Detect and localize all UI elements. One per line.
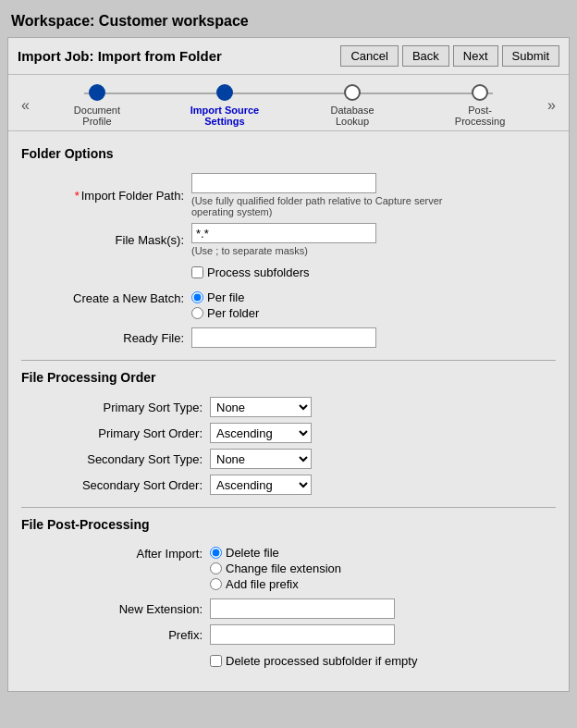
delete-subfolder-row: Delete processed subfolder if empty (210, 654, 552, 668)
add-prefix-label: Add file prefix (226, 577, 299, 591)
secondary-sort-type-label: Secondary Sort Type: (87, 452, 203, 466)
step-circle-import-source (216, 84, 233, 101)
primary-sort-order-select[interactable]: Ascending Descending (210, 423, 312, 443)
wizard-prev-arrow[interactable]: « (18, 97, 33, 114)
file-processing-order-title: File Processing Order (21, 370, 556, 385)
per-file-radio[interactable] (191, 291, 203, 303)
header-buttons: Cancel Back Next Submit (340, 45, 559, 67)
after-import-label: After Import: (136, 547, 203, 561)
add-prefix-radio[interactable] (210, 578, 222, 590)
new-extension-input[interactable] (210, 598, 395, 619)
per-file-label: Per file (207, 290, 244, 304)
wizard-step-document-profile[interactable]: Document Profile (60, 84, 134, 127)
primary-sort-order-label: Primary Sort Order: (98, 426, 203, 440)
step-label-database-lookup: Database Lookup (315, 105, 389, 127)
file-post-processing-title: File Post-Processing (21, 517, 556, 532)
content-area: Folder Options *Import Folder Path: (Use… (8, 131, 569, 691)
secondary-sort-order-select[interactable]: Ascending Descending (210, 475, 312, 495)
secondary-sort-type-select[interactable]: None File Name File Date File Size (210, 449, 312, 469)
per-folder-label: Per folder (207, 306, 259, 320)
wizard-bar: « Document Profile Import Source Setting… (8, 75, 569, 131)
import-folder-path-input[interactable] (191, 173, 376, 193)
delete-file-radio[interactable] (210, 547, 222, 559)
new-extension-label: New Extension: (119, 602, 203, 616)
wizard-step-database-lookup[interactable]: Database Lookup (315, 84, 389, 127)
delete-subfolder-label: Delete processed subfolder if empty (226, 654, 417, 668)
file-masks-input[interactable] (191, 223, 376, 243)
step-circle-database-lookup (344, 84, 361, 101)
step-label-document-profile: Document Profile (60, 105, 134, 127)
step-label-import-source: Import Source Settings (188, 105, 262, 127)
cancel-button[interactable]: Cancel (340, 45, 398, 67)
delete-subfolder-checkbox[interactable] (210, 655, 222, 667)
change-extension-label: Change file extension (226, 561, 341, 575)
prefix-input[interactable] (210, 624, 395, 645)
file-post-processing-table: After Import: Delete file Change file ex… (21, 541, 556, 674)
folder-options-title: Folder Options (21, 146, 556, 161)
delete-file-row: Delete file (210, 546, 552, 560)
import-folder-hint: (Use fully qualified folder path relativ… (191, 195, 450, 217)
process-subfolders-label: Process subfolders (207, 265, 310, 279)
step-label-post-processing: Post-Processing (443, 105, 517, 127)
import-folder-path-label: Import Folder Path: (81, 189, 184, 203)
job-title: Import Job: Import from Folder (18, 48, 222, 64)
file-masks-hint: (Use ; to separate masks) (191, 245, 450, 256)
add-prefix-row: Add file prefix (210, 577, 552, 591)
create-new-batch-label: Create a New Batch: (73, 291, 184, 305)
primary-sort-type-label: Primary Sort Type: (104, 401, 203, 414)
per-file-row: Per file (191, 290, 552, 304)
wizard-step-post-processing[interactable]: Post-Processing (443, 84, 517, 127)
ready-file-label: Ready File: (123, 331, 184, 345)
process-subfolders-row: Process subfolders (191, 265, 552, 279)
delete-file-label: Delete file (226, 546, 279, 560)
file-processing-order-table: Primary Sort Type: None File Name File D… (21, 394, 556, 498)
submit-button[interactable]: Submit (502, 45, 559, 67)
step-circle-post-processing (472, 84, 488, 101)
wizard-next-arrow[interactable]: » (544, 97, 559, 114)
wizard-step-import-source[interactable]: Import Source Settings (188, 84, 262, 127)
wizard-steps: Document Profile Import Source Settings … (33, 84, 544, 127)
process-subfolders-checkbox[interactable] (191, 266, 203, 278)
required-star: * (75, 189, 80, 203)
prefix-label: Prefix: (168, 628, 203, 642)
step-circle-document-profile (89, 84, 105, 101)
file-masks-label: File Mask(s): (116, 233, 184, 247)
workspace-title: Workspace: Customer workspace (7, 7, 570, 37)
per-folder-row: Per folder (191, 306, 552, 320)
primary-sort-type-select[interactable]: None File Name File Date File Size (210, 397, 312, 417)
per-folder-radio[interactable] (191, 307, 203, 319)
ready-file-input[interactable] (191, 327, 376, 348)
back-button[interactable]: Back (402, 45, 449, 67)
secondary-sort-order-label: Secondary Sort Order: (82, 478, 203, 492)
next-button[interactable]: Next (453, 45, 498, 67)
wizard-line (84, 93, 493, 94)
change-extension-row: Change file extension (210, 561, 552, 575)
folder-options-table: *Import Folder Path: (Use fully qualifie… (21, 170, 556, 351)
change-extension-radio[interactable] (210, 562, 222, 574)
